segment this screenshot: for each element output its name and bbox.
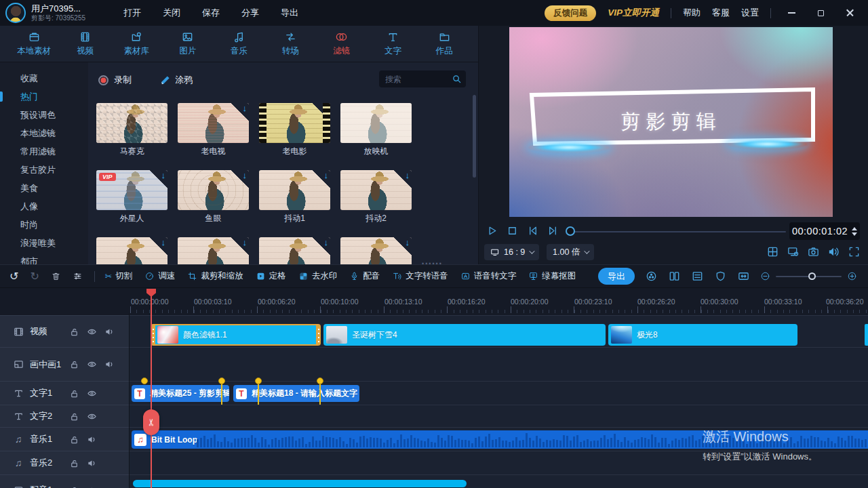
username[interactable]: 用户70395... <box>31 3 85 14</box>
timeline-zoom-slider[interactable] <box>776 276 842 277</box>
tab-image[interactable]: 图片 <box>170 26 205 62</box>
lock-icon[interactable] <box>69 458 79 468</box>
lock-icon[interactable] <box>69 434 79 445</box>
seek-slider-knob[interactable] <box>566 226 575 236</box>
record-button[interactable]: 录制 <box>98 74 132 86</box>
download-icon[interactable]: ↓ <box>243 237 248 247</box>
timeline-ruler-ticks[interactable] <box>129 306 868 313</box>
tab-transition[interactable]: 转场 <box>273 26 308 62</box>
clip-aurora[interactable]: 极光8 <box>608 324 797 346</box>
tool-dubbing[interactable]: 配音 <box>349 270 380 282</box>
clip-color-filter[interactable]: 颜色滤镜1.1 <box>151 324 321 346</box>
close-button[interactable] <box>841 5 859 20</box>
keyframe-dot[interactable] <box>141 378 148 384</box>
sidebar-item-preset-color[interactable]: 预设调色 <box>0 106 88 124</box>
play-button[interactable] <box>486 224 498 237</box>
timeline-zoom-knob[interactable] <box>808 272 816 280</box>
search-input[interactable] <box>385 75 452 84</box>
zoom-out-icon[interactable] <box>760 271 770 281</box>
visibility-icon[interactable] <box>87 327 97 337</box>
download-icon[interactable]: ↓ <box>161 170 166 180</box>
filter-item-oldtv[interactable]: ↓ 老电视 <box>178 103 249 157</box>
menu-open[interactable]: 打开 <box>123 7 141 19</box>
aspect-ratio-select[interactable]: 16 : 9 <box>484 244 539 260</box>
download-icon[interactable]: ↓ <box>324 237 329 247</box>
clip-title-25[interactable]: T 精美标题25 - 剪影剪辑 <box>132 385 229 402</box>
download-icon[interactable]: ↓ <box>243 170 248 180</box>
timecode[interactable]: 00:00:01:02 <box>792 226 848 237</box>
track-row-text2[interactable]: 文字2 <box>0 405 868 427</box>
minimize-button[interactable] <box>783 5 800 20</box>
trim-handle-right[interactable] <box>316 324 321 346</box>
download-icon[interactable]: ↓ <box>406 237 410 247</box>
keyframe-dot[interactable] <box>317 378 323 384</box>
track-row-music2[interactable]: ♫ 音乐2 <box>0 451 868 474</box>
screen-record-icon[interactable] <box>787 245 800 258</box>
preview-video[interactable]: 剪影剪辑 <box>509 27 833 217</box>
filter-item-shake1[interactable]: ↓ 抖动1 <box>259 170 330 224</box>
vip-upgrade-button[interactable]: VIP立即开通 <box>608 7 659 19</box>
fullscreen-icon[interactable] <box>848 245 861 258</box>
tool-text-to-speech[interactable]: 文字转语音 <box>392 270 448 282</box>
redo-button[interactable]: ↻ <box>30 271 39 282</box>
panel-resize-handle[interactable]: •••••• <box>422 260 443 267</box>
filter-item-mosaic[interactable]: 马赛克 <box>96 103 167 157</box>
filter-item-projector[interactable]: 放映机 <box>340 103 412 157</box>
fit-timeline-icon[interactable] <box>737 270 750 283</box>
export-button[interactable]: 导出 <box>598 268 635 285</box>
doodle-button[interactable]: 涂鸦 <box>160 74 193 86</box>
zoom-level-select[interactable]: 1.00 倍 <box>547 244 594 260</box>
maximize-button[interactable] <box>812 5 829 20</box>
sound-icon[interactable] <box>104 327 115 337</box>
settings-button[interactable]: 设置 <box>741 7 759 19</box>
sidebar-item-portrait[interactable]: 人像 <box>0 197 88 216</box>
tab-video[interactable]: 视频 <box>68 26 103 62</box>
filter-item-partial[interactable]: ↓ <box>96 237 167 264</box>
tool-crop-zoom[interactable]: 裁剪和缩放 <box>187 270 243 282</box>
sidebar-item-local-filters[interactable]: 本地滤镜 <box>0 124 88 142</box>
visibility-icon[interactable] <box>87 388 97 399</box>
sidebar-item-favorites[interactable]: 收藏 <box>0 69 88 87</box>
film-reel-icon[interactable] <box>645 270 658 283</box>
tab-music[interactable]: 音乐 <box>222 26 257 62</box>
sidebar-item-hot[interactable]: 热门 <box>0 87 88 106</box>
sidebar-item-common-filters[interactable]: 常用滤镜 <box>0 142 88 161</box>
scrollbar[interactable] <box>473 95 476 178</box>
menu-share[interactable]: 分享 <box>241 7 259 19</box>
cut-cursor[interactable]: ✂ <box>143 409 159 435</box>
playhead-line[interactable] <box>151 289 152 488</box>
tool-chroma-key[interactable]: 绿幕抠图 <box>528 270 576 282</box>
split-screen-icon[interactable] <box>668 270 681 283</box>
stop-button[interactable] <box>506 224 519 237</box>
lock-icon[interactable] <box>69 485 79 488</box>
avatar[interactable] <box>5 3 26 23</box>
playhead-marker[interactable] <box>146 289 156 297</box>
tab-media-library[interactable]: 素材库 <box>119 26 154 62</box>
timecode-spinner[interactable] <box>852 227 857 236</box>
download-icon[interactable]: ↓ <box>324 170 329 180</box>
clip-music-bit-bit-loop[interactable]: ♫ Bit Bit Loop <box>132 430 868 449</box>
help-button[interactable]: 帮助 <box>683 7 701 19</box>
tool-freeze-frame[interactable]: 定格 <box>256 270 286 282</box>
clip-partial[interactable] <box>865 324 868 346</box>
filter-item-alien[interactable]: VIP ↓ 外星人 <box>96 170 167 224</box>
seek-slider[interactable] <box>569 231 786 232</box>
tool-watermark-removal[interactable]: 去水印 <box>298 270 338 282</box>
zoom-in-icon[interactable] <box>847 271 857 281</box>
clip-voice[interactable] <box>133 480 467 487</box>
menu-close[interactable]: 关闭 <box>163 7 180 19</box>
tab-text[interactable]: 文字 <box>375 26 410 62</box>
tab-works[interactable]: 作品 <box>427 26 462 62</box>
menu-export[interactable]: 导出 <box>281 7 298 19</box>
tab-filter[interactable]: 滤镜 <box>324 26 359 62</box>
grid-view-icon[interactable] <box>766 245 779 258</box>
keyframe-dot[interactable] <box>255 378 262 384</box>
menu-save[interactable]: 保存 <box>202 7 220 19</box>
lock-icon[interactable] <box>69 327 79 337</box>
download-icon[interactable]: ↓ <box>243 103 248 113</box>
feedback-button[interactable]: 反馈问题 <box>545 5 596 21</box>
filter-item-oldfilm[interactable]: ↓ 老电影 <box>259 103 330 157</box>
visibility-icon[interactable] <box>87 359 97 369</box>
filter-item-partial[interactable]: ↓ <box>178 237 249 264</box>
sound-icon[interactable] <box>87 485 97 488</box>
